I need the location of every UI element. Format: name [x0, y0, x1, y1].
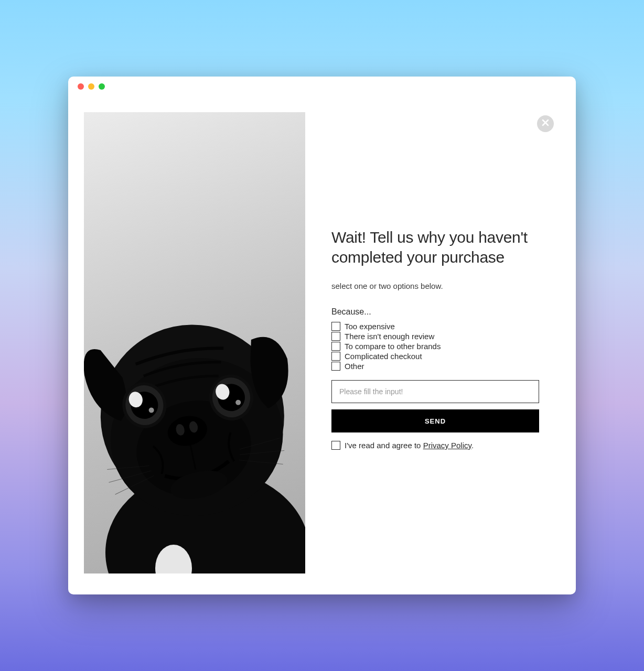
app-window: Wait! Tell us why you haven't completed …	[68, 77, 576, 594]
send-button[interactable]: SEND	[331, 409, 539, 432]
consent-text: I've read and agree to Privacy Policy.	[345, 441, 474, 450]
checkbox-icon	[331, 342, 340, 351]
modal-subtitle: select one or two options below.	[331, 282, 539, 290]
modal-content: Wait! Tell us why you haven't completed …	[68, 96, 576, 594]
checkbox-icon	[331, 352, 340, 361]
checkbox-label: Complicated checkout	[345, 352, 422, 361]
consent-row[interactable]: I've read and agree to Privacy Policy.	[331, 441, 539, 450]
reason-option-complicated-checkout[interactable]: Complicated checkout	[331, 352, 539, 361]
window-minimize-button[interactable]	[88, 83, 94, 90]
reason-option-other[interactable]: Other	[331, 362, 539, 371]
modal-heading: Wait! Tell us why you haven't completed …	[331, 228, 539, 267]
modal-body: Wait! Tell us why you haven't completed …	[84, 112, 560, 573]
checkbox-icon	[331, 441, 340, 450]
window-close-button[interactable]	[78, 83, 84, 90]
reason-option-compare-brands[interactable]: To compare to other brands	[331, 342, 539, 351]
close-button[interactable]	[537, 115, 554, 132]
checkbox-label: Too expensive	[345, 322, 395, 331]
options-label: Because...	[331, 307, 539, 317]
consent-prefix: I've read and agree to	[345, 441, 423, 450]
reason-checkbox-group: Too expensive There isn't enough review …	[331, 322, 539, 371]
privacy-policy-link[interactable]: Privacy Policy	[423, 441, 471, 450]
checkbox-icon	[331, 332, 340, 341]
checkbox-label: To compare to other brands	[345, 342, 441, 351]
titlebar	[68, 77, 576, 96]
other-reason-input[interactable]	[331, 380, 539, 403]
checkbox-icon	[331, 322, 340, 331]
window-maximize-button[interactable]	[99, 83, 105, 90]
pug-dog-image	[84, 217, 305, 573]
reason-option-not-enough-review[interactable]: There isn't enough review	[331, 332, 539, 341]
consent-suffix: .	[471, 441, 474, 450]
hero-image	[84, 112, 305, 573]
checkbox-label: There isn't enough review	[345, 332, 434, 341]
form-panel: Wait! Tell us why you haven't completed …	[305, 112, 560, 573]
reason-option-too-expensive[interactable]: Too expensive	[331, 322, 539, 331]
checkbox-label: Other	[345, 362, 364, 371]
close-icon	[542, 119, 549, 128]
checkbox-icon	[331, 362, 340, 371]
